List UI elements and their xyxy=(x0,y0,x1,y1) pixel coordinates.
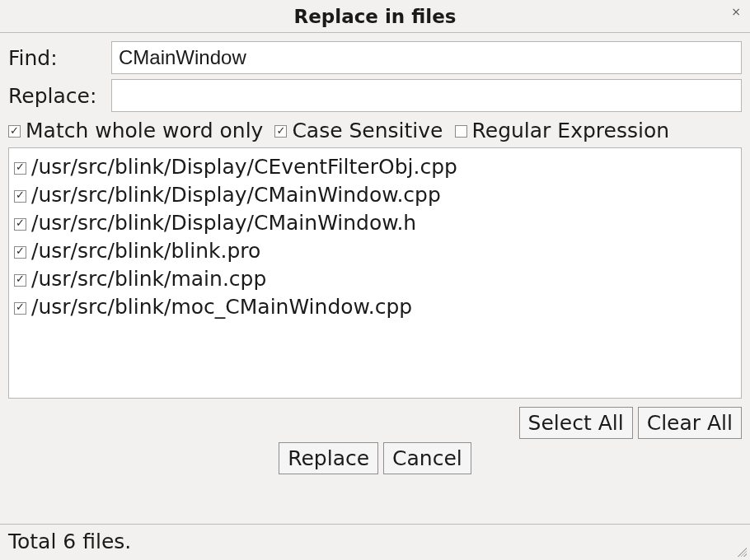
file-checkbox[interactable] xyxy=(14,274,26,287)
whole-word-label: Match whole word only xyxy=(26,119,263,142)
file-path: /usr/src/blink/blink.pro xyxy=(31,239,260,264)
resize-grip-icon[interactable] xyxy=(735,545,747,557)
file-checkbox[interactable] xyxy=(14,246,26,259)
whole-word-checkbox[interactable] xyxy=(8,125,21,138)
file-item[interactable]: /usr/src/blink/Display/CMainWindow.cpp xyxy=(14,181,736,209)
regex-checkbox[interactable] xyxy=(455,125,467,138)
find-row: Find: xyxy=(8,41,742,74)
clear-all-button[interactable]: Clear All xyxy=(638,407,742,439)
file-checkbox[interactable] xyxy=(14,302,26,315)
file-path: /usr/src/blink/main.cpp xyxy=(31,267,266,292)
dialog-content: Find: Replace: Match whole word only Cas… xyxy=(0,33,750,474)
close-icon[interactable]: × xyxy=(729,5,743,20)
file-item[interactable]: /usr/src/blink/main.cpp xyxy=(14,265,736,293)
file-list[interactable]: /usr/src/blink/Display/CEventFilterObj.c… xyxy=(8,147,742,399)
window-title: Replace in files xyxy=(294,6,457,27)
find-input[interactable] xyxy=(111,41,742,74)
action-button-row: Replace Cancel xyxy=(8,442,742,474)
find-label: Find: xyxy=(8,46,111,70)
file-checkbox[interactable] xyxy=(14,190,26,203)
file-item[interactable]: /usr/src/blink/moc_CMainWindow.cpp xyxy=(14,293,736,321)
cancel-button[interactable]: Cancel xyxy=(383,442,471,474)
options-row: Match whole word only Case Sensitive Reg… xyxy=(8,119,742,142)
titlebar: Replace in files × xyxy=(0,0,750,33)
file-path: /usr/src/blink/Display/CEventFilterObj.c… xyxy=(31,155,457,180)
file-path: /usr/src/blink/moc_CMainWindow.cpp xyxy=(31,295,412,320)
file-item[interactable]: /usr/src/blink/blink.pro xyxy=(14,237,736,265)
replace-button[interactable]: Replace xyxy=(279,442,378,474)
file-path: /usr/src/blink/Display/CMainWindow.h xyxy=(31,211,416,236)
file-path: /usr/src/blink/Display/CMainWindow.cpp xyxy=(31,183,441,208)
regex-label: Regular Expression xyxy=(472,119,670,142)
replace-label: Replace: xyxy=(8,84,111,108)
file-item[interactable]: /usr/src/blink/Display/CMainWindow.h xyxy=(14,209,736,237)
file-checkbox[interactable] xyxy=(14,162,26,175)
file-checkbox[interactable] xyxy=(14,218,26,231)
replace-row: Replace: xyxy=(8,79,742,112)
case-sensitive-label: Case Sensitive xyxy=(292,119,443,142)
status-text: Total 6 files. xyxy=(8,530,131,553)
selection-button-row: Select All Clear All xyxy=(8,407,742,439)
select-all-button[interactable]: Select All xyxy=(519,407,633,439)
status-bar: Total 6 files. xyxy=(0,524,750,560)
file-item[interactable]: /usr/src/blink/Display/CEventFilterObj.c… xyxy=(14,153,736,181)
replace-input[interactable] xyxy=(111,79,742,112)
case-sensitive-checkbox[interactable] xyxy=(274,125,287,138)
